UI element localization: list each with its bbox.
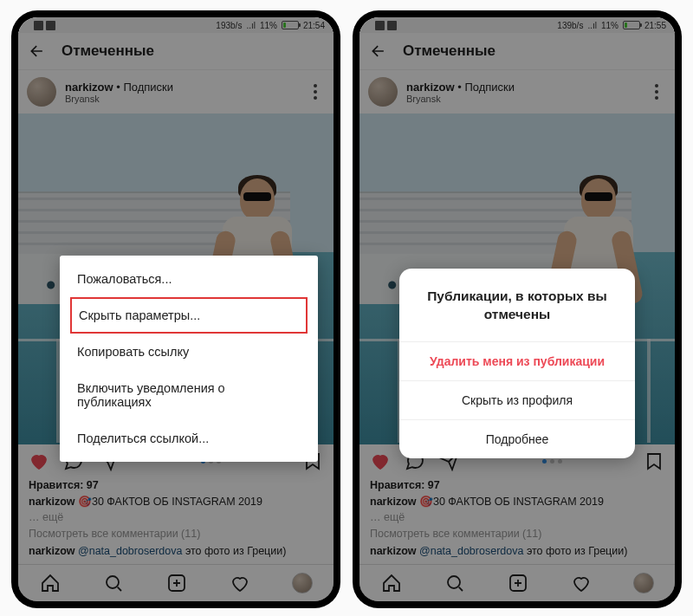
dialog-hide-from-profile[interactable]: Скрыть из профиля: [399, 380, 635, 419]
menu-share-link[interactable]: Поделиться ссылкой...: [60, 420, 318, 457]
dialog-learn-more[interactable]: Подробнее: [399, 419, 635, 458]
dialog-title: Публикации, в которых вы отмечены: [399, 269, 635, 341]
phone-right: 139b/s ..ıl 11% 21:55 Отмеченные narkizo…: [353, 10, 682, 608]
menu-enable-notifications[interactable]: Включить уведомления о публикациях: [60, 370, 318, 420]
screen-left: 193b/s ..ıl 11% 21:54 Отмеченные narkizo…: [18, 17, 334, 601]
menu-hide-options[interactable]: Скрыть параметры...: [70, 297, 308, 334]
context-menu: Пожаловаться... Скрыть параметры... Копи…: [60, 256, 318, 462]
screen-right: 139b/s ..ıl 11% 21:55 Отмеченные narkizo…: [359, 17, 675, 601]
tagged-dialog: Публикации, в которых вы отмечены Удалит…: [399, 269, 635, 458]
phone-left: 193b/s ..ıl 11% 21:54 Отмеченные narkizo…: [11, 10, 340, 608]
menu-report[interactable]: Пожаловаться...: [60, 261, 318, 297]
menu-copy-link[interactable]: Копировать ссылку: [60, 334, 318, 370]
dialog-remove-me[interactable]: Удалить меня из публикации: [399, 341, 635, 380]
